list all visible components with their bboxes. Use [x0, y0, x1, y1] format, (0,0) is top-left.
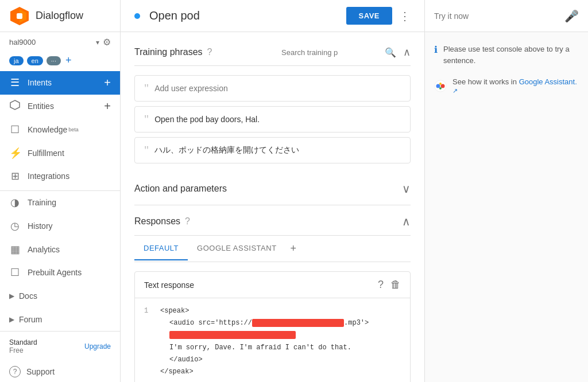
response-card-title: Text response — [144, 280, 378, 290]
sidebar-item-analytics[interactable]: ▦ Analytics — [0, 237, 120, 261]
phrase-item-1[interactable]: " Open the pod bay doors, Hal. — [134, 106, 411, 132]
settings-icon[interactable]: ⚙ — [103, 37, 111, 48]
fulfillment-icon: ⚡ — [9, 147, 21, 159]
search-training-input[interactable] — [281, 48, 378, 57]
dialogflow-logo — [9, 6, 30, 26]
sidebar-item-docs-label: Docs — [19, 291, 37, 301]
sidebar-item-entities[interactable]: Entities + — [0, 95, 120, 118]
add-language-button[interactable]: + — [65, 54, 72, 67]
training-icon: ◑ — [9, 196, 21, 209]
external-link-icon: ↗ — [452, 87, 458, 94]
svg-marker-3 — [10, 100, 20, 110]
phrase-text-1: Open the pod bay doors, Hal. — [154, 115, 401, 124]
sidebar-item-history-label: History — [28, 221, 53, 231]
assistant-text: See how it works in Google Assistant. ↗ — [452, 77, 579, 95]
code-line-6: </speak> — [144, 366, 401, 378]
code-line-1: 1<speak> — [144, 305, 401, 317]
forum-expand-icon: ▶ — [9, 315, 14, 323]
sidebar-item-integrations-label: Integrations — [28, 171, 69, 181]
sidebar-item-forum-label: Forum — [19, 315, 42, 324]
sidebar-item-prebuilt-label: Prebuilt Agents — [28, 268, 82, 277]
add-response-tab-button[interactable]: + — [286, 236, 301, 262]
responses-help-icon[interactable]: ? — [185, 216, 190, 227]
svg-point-7 — [439, 83, 442, 85]
redacted-url — [252, 319, 344, 327]
more-options-icon[interactable]: ⋮ — [399, 9, 411, 23]
main-content: Open pod SAVE ⋮ Training phrases ? 🔍 ∧ " — [121, 0, 424, 382]
prebuilt-icon: ☐ — [9, 266, 21, 279]
code-line-3 — [144, 329, 401, 341]
knowledge-icon: ☐ — [9, 123, 21, 136]
sidebar-item-integrations[interactable]: ⊞ Integrations — [0, 165, 120, 188]
sidebar-header: Dialogflow — [0, 0, 120, 32]
sidebar-item-analytics-label: Analytics — [28, 245, 60, 254]
add-expression-input[interactable] — [154, 84, 401, 93]
support-icon: ? — [9, 366, 21, 377]
action-parameters-section[interactable]: Action and parameters ∨ — [134, 173, 411, 205]
upgrade-link[interactable]: Upgrade — [84, 342, 111, 350]
intents-icon: ☰ — [9, 76, 21, 89]
collapse-training-icon[interactable]: ∧ — [403, 46, 411, 59]
entities-icon — [9, 100, 21, 113]
sidebar-item-history[interactable]: ◷ History — [0, 214, 120, 237]
language-row: ja en ··· + — [0, 52, 120, 71]
add-expression-container[interactable]: " — [134, 75, 411, 102]
google-assistant-link[interactable]: Google Assistant. — [519, 77, 577, 86]
quote-mark-icon: " — [144, 114, 149, 125]
sidebar-item-knowledge[interactable]: ☐ Knowledge beta — [0, 118, 120, 141]
tab-default[interactable]: DEFAULT — [134, 237, 188, 260]
save-button[interactable]: SAVE — [346, 7, 392, 25]
phrase-item-2[interactable]: " ハル、ポッドの格納庫を開けてください — [134, 137, 411, 163]
card-delete-icon[interactable]: 🗑 — [390, 279, 401, 291]
svg-rect-2 — [17, 13, 22, 19]
try-now-input[interactable] — [434, 11, 564, 21]
add-entity-button[interactable]: + — [104, 100, 111, 113]
responses-collapse-icon[interactable]: ∧ — [402, 215, 411, 228]
sidebar-item-intents-label: Intents — [28, 78, 52, 87]
add-intent-button[interactable]: + — [104, 76, 111, 89]
response-code-content: 1<speak> <audio src='https:// .mp3'> I'm… — [135, 298, 410, 382]
user-dropdown-arrow[interactable]: ▾ — [96, 38, 99, 46]
sidebar-item-fulfillment[interactable]: ⚡ Fulfillment — [0, 141, 120, 165]
sidebar-item-training[interactable]: ◑ Training — [0, 191, 120, 215]
response-card-header: Text response ? 🗑 — [135, 272, 410, 298]
training-phrases-header: Training phrases ? 🔍 ∧ — [134, 46, 411, 66]
sidebar: Dialogflow hal9000 ▾ ⚙ ja en ··· + ☰ Int… — [0, 0, 121, 382]
action-parameters-collapse-icon[interactable]: ∨ — [402, 182, 411, 196]
lang-chip-ja[interactable]: ja — [9, 56, 24, 65]
phrase-text-2: ハル、ポッドの格納庫を開けてください — [154, 145, 401, 155]
text-response-card: Text response ? 🗑 1<speak> <audio src='h… — [134, 271, 411, 382]
info-text: Please use test console above to try a s… — [443, 44, 579, 66]
svg-point-6 — [441, 84, 445, 88]
integrations-icon: ⊞ — [9, 170, 21, 182]
info-row: ℹ Please use test console above to try a… — [434, 44, 579, 66]
sidebar-item-intents[interactable]: ☰ Intents + — [0, 71, 120, 95]
sidebar-item-knowledge-label: Knowledge — [28, 125, 67, 134]
support-label: Support — [26, 367, 55, 376]
svg-point-8 — [439, 87, 442, 89]
content-area: Training phrases ? 🔍 ∧ " " Open the pod … — [121, 32, 424, 382]
analytics-icon: ▦ — [9, 243, 21, 256]
lang-chip-more[interactable]: ··· — [47, 56, 61, 65]
tab-google-assistant[interactable]: GOOGLE ASSISTANT — [188, 237, 286, 260]
card-help-icon[interactable]: ? — [378, 279, 384, 291]
response-tabs: DEFAULT GOOGLE ASSISTANT + — [134, 236, 411, 262]
responses-section: Responses ? ∧ DEFAULT GOOGLE ASSISTANT +… — [134, 215, 411, 382]
sidebar-footer: Standard Free Upgrade — [0, 331, 120, 361]
search-icon[interactable]: 🔍 — [385, 47, 396, 58]
redacted-block — [169, 331, 296, 339]
action-parameters-title: Action and parameters — [134, 184, 227, 194]
training-phrases-help-icon[interactable]: ? — [207, 47, 212, 57]
topbar: Open pod SAVE ⋮ — [121, 0, 424, 32]
sidebar-item-prebuilt[interactable]: ☐ Prebuilt Agents — [0, 261, 120, 284]
sidebar-item-forum[interactable]: ▶ Forum — [0, 307, 120, 331]
microphone-icon[interactable]: 🎤 — [564, 9, 579, 23]
lang-chip-en[interactable]: en — [27, 56, 43, 65]
knowledge-badge: beta — [68, 127, 79, 132]
docs-expand-icon: ▶ — [9, 292, 14, 300]
sidebar-item-support[interactable]: ? Support — [0, 361, 120, 382]
sidebar-item-docs[interactable]: ▶ Docs — [0, 284, 120, 308]
user-name: hal9000 — [9, 38, 36, 46]
user-row: hal9000 ▾ ⚙ — [0, 32, 120, 52]
history-icon: ◷ — [9, 220, 21, 232]
